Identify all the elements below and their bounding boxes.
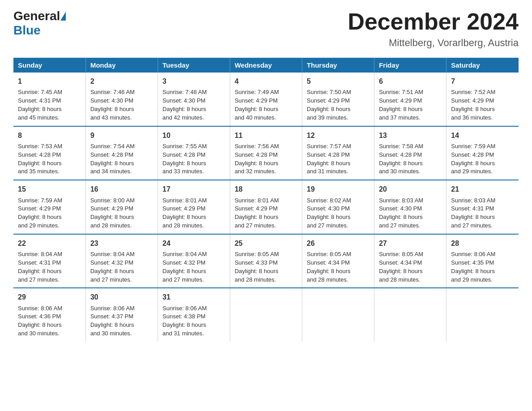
calendar-cell: 6Sunrise: 7:51 AM Sunset: 4:29 PM Daylig…: [374, 73, 446, 126]
day-number: 14: [451, 130, 514, 141]
day-info: Sunrise: 8:06 AM Sunset: 4:35 PM Dayligh…: [451, 250, 514, 284]
col-header-monday: Monday: [86, 58, 158, 73]
day-number: 22: [18, 238, 81, 248]
col-header-sunday: Sunday: [13, 58, 86, 73]
calendar-cell: [374, 288, 446, 342]
calendar-cell: 27Sunrise: 8:05 AM Sunset: 4:34 PM Dayli…: [374, 234, 446, 288]
day-number: 27: [379, 238, 442, 248]
calendar-cell: 31Sunrise: 8:06 AM Sunset: 4:38 PM Dayli…: [158, 288, 230, 342]
day-info: Sunrise: 8:04 AM Sunset: 4:32 PM Dayligh…: [163, 250, 225, 284]
day-number: 13: [379, 130, 442, 141]
day-info: Sunrise: 8:01 AM Sunset: 4:29 PM Dayligh…: [235, 197, 297, 230]
calendar-cell: 20Sunrise: 8:03 AM Sunset: 4:30 PM Dayli…: [374, 180, 446, 234]
calendar-cell: 26Sunrise: 8:05 AM Sunset: 4:34 PM Dayli…: [302, 234, 374, 288]
day-number: 17: [163, 184, 225, 194]
day-number: 9: [90, 130, 153, 141]
title-area: December 2024 Mittelberg, Vorarlberg, Au…: [348, 9, 519, 49]
day-number: 12: [307, 130, 369, 141]
calendar-cell: 3Sunrise: 7:48 AM Sunset: 4:30 PM Daylig…: [158, 73, 230, 126]
calendar-cell: 29Sunrise: 8:06 AM Sunset: 4:36 PM Dayli…: [13, 288, 86, 342]
logo-blue: Blue: [13, 23, 41, 38]
calendar-cell: 21Sunrise: 8:03 AM Sunset: 4:31 PM Dayli…: [446, 180, 519, 234]
day-info: Sunrise: 8:00 AM Sunset: 4:29 PM Dayligh…: [90, 197, 153, 230]
day-number: 11: [235, 130, 297, 141]
day-number: 16: [90, 184, 153, 194]
calendar-cell: 16Sunrise: 8:00 AM Sunset: 4:29 PM Dayli…: [86, 180, 158, 234]
day-info: Sunrise: 8:05 AM Sunset: 4:34 PM Dayligh…: [307, 250, 369, 284]
calendar-cell: 10Sunrise: 7:55 AM Sunset: 4:28 PM Dayli…: [158, 126, 230, 180]
day-info: Sunrise: 7:59 AM Sunset: 4:29 PM Dayligh…: [18, 197, 81, 230]
calendar-cell: 12Sunrise: 7:57 AM Sunset: 4:28 PM Dayli…: [302, 126, 374, 180]
calendar-cell: 30Sunrise: 8:06 AM Sunset: 4:37 PM Dayli…: [86, 288, 158, 342]
day-info: Sunrise: 7:55 AM Sunset: 4:28 PM Dayligh…: [163, 142, 225, 176]
day-number: 25: [235, 238, 297, 248]
day-info: Sunrise: 7:50 AM Sunset: 4:29 PM Dayligh…: [307, 88, 369, 122]
day-info: Sunrise: 7:53 AM Sunset: 4:28 PM Dayligh…: [18, 142, 81, 176]
calendar-cell: 13Sunrise: 7:58 AM Sunset: 4:28 PM Dayli…: [374, 126, 446, 180]
day-number: 5: [307, 76, 369, 86]
day-info: Sunrise: 7:45 AM Sunset: 4:31 PM Dayligh…: [18, 88, 81, 122]
day-number: 7: [451, 76, 514, 86]
calendar-cell: 28Sunrise: 8:06 AM Sunset: 4:35 PM Dayli…: [446, 234, 519, 288]
calendar-cell: 1Sunrise: 7:45 AM Sunset: 4:31 PM Daylig…: [13, 73, 86, 126]
logo: General Blue: [13, 9, 66, 38]
calendar-table: SundayMondayTuesdayWednesdayThursdayFrid…: [13, 58, 519, 342]
day-number: 24: [163, 238, 225, 248]
day-info: Sunrise: 7:49 AM Sunset: 4:29 PM Dayligh…: [235, 88, 297, 122]
header: General Blue December 2024 Mittelberg, V…: [13, 9, 519, 49]
main-title: December 2024: [348, 9, 519, 34]
col-header-saturday: Saturday: [446, 58, 519, 73]
day-info: Sunrise: 8:06 AM Sunset: 4:37 PM Dayligh…: [90, 304, 153, 338]
calendar-cell: 4Sunrise: 7:49 AM Sunset: 4:29 PM Daylig…: [230, 73, 302, 126]
calendar-cell: 8Sunrise: 7:53 AM Sunset: 4:28 PM Daylig…: [13, 126, 86, 180]
day-number: 6: [379, 76, 442, 86]
calendar-cell: 9Sunrise: 7:54 AM Sunset: 4:28 PM Daylig…: [86, 126, 158, 180]
calendar-cell: [230, 288, 302, 342]
day-info: Sunrise: 8:06 AM Sunset: 4:38 PM Dayligh…: [163, 304, 225, 338]
day-info: Sunrise: 7:48 AM Sunset: 4:30 PM Dayligh…: [163, 88, 225, 122]
day-number: 31: [163, 292, 225, 302]
day-info: Sunrise: 7:56 AM Sunset: 4:28 PM Dayligh…: [235, 142, 297, 176]
day-number: 21: [451, 184, 514, 194]
day-info: Sunrise: 8:01 AM Sunset: 4:29 PM Dayligh…: [163, 197, 225, 230]
day-info: Sunrise: 8:05 AM Sunset: 4:34 PM Dayligh…: [379, 250, 442, 284]
day-info: Sunrise: 8:04 AM Sunset: 4:31 PM Dayligh…: [18, 250, 81, 284]
col-header-wednesday: Wednesday: [230, 58, 302, 73]
day-info: Sunrise: 8:02 AM Sunset: 4:30 PM Dayligh…: [307, 197, 369, 230]
day-number: 23: [90, 238, 153, 248]
day-info: Sunrise: 8:04 AM Sunset: 4:32 PM Dayligh…: [90, 250, 153, 284]
day-number: 8: [18, 130, 81, 141]
calendar-cell: 19Sunrise: 8:02 AM Sunset: 4:30 PM Dayli…: [302, 180, 374, 234]
calendar-header-row: SundayMondayTuesdayWednesdayThursdayFrid…: [13, 58, 519, 73]
day-number: 10: [163, 130, 225, 141]
day-number: 2: [90, 76, 153, 86]
day-number: 19: [307, 184, 369, 194]
subtitle: Mittelberg, Vorarlberg, Austria: [348, 37, 519, 49]
day-info: Sunrise: 7:51 AM Sunset: 4:29 PM Dayligh…: [379, 88, 442, 122]
day-number: 3: [163, 76, 225, 86]
day-info: Sunrise: 7:57 AM Sunset: 4:28 PM Dayligh…: [307, 142, 369, 176]
calendar-cell: 17Sunrise: 8:01 AM Sunset: 4:29 PM Dayli…: [158, 180, 230, 234]
col-header-friday: Friday: [374, 58, 446, 73]
calendar-cell: 15Sunrise: 7:59 AM Sunset: 4:29 PM Dayli…: [13, 180, 86, 234]
calendar-cell: 23Sunrise: 8:04 AM Sunset: 4:32 PM Dayli…: [86, 234, 158, 288]
calendar-cell: 2Sunrise: 7:46 AM Sunset: 4:30 PM Daylig…: [86, 73, 158, 126]
calendar-cell: [446, 288, 519, 342]
calendar-week-row: 1Sunrise: 7:45 AM Sunset: 4:31 PM Daylig…: [13, 73, 519, 126]
logo-text: General: [13, 9, 66, 23]
calendar-week-row: 8Sunrise: 7:53 AM Sunset: 4:28 PM Daylig…: [13, 126, 519, 180]
day-number: 18: [235, 184, 297, 194]
day-number: 1: [18, 76, 81, 86]
day-info: Sunrise: 7:54 AM Sunset: 4:28 PM Dayligh…: [90, 142, 153, 176]
day-number: 15: [18, 184, 81, 194]
logo-general: General: [13, 9, 60, 23]
calendar-cell: 11Sunrise: 7:56 AM Sunset: 4:28 PM Dayli…: [230, 126, 302, 180]
day-number: 26: [307, 238, 369, 248]
calendar-week-row: 15Sunrise: 7:59 AM Sunset: 4:29 PM Dayli…: [13, 180, 519, 234]
day-number: 29: [18, 292, 81, 302]
day-info: Sunrise: 7:58 AM Sunset: 4:28 PM Dayligh…: [379, 142, 442, 176]
calendar-cell: 5Sunrise: 7:50 AM Sunset: 4:29 PM Daylig…: [302, 73, 374, 126]
calendar-cell: 22Sunrise: 8:04 AM Sunset: 4:31 PM Dayli…: [13, 234, 86, 288]
calendar-cell: 24Sunrise: 8:04 AM Sunset: 4:32 PM Dayli…: [158, 234, 230, 288]
day-number: 30: [90, 292, 153, 302]
